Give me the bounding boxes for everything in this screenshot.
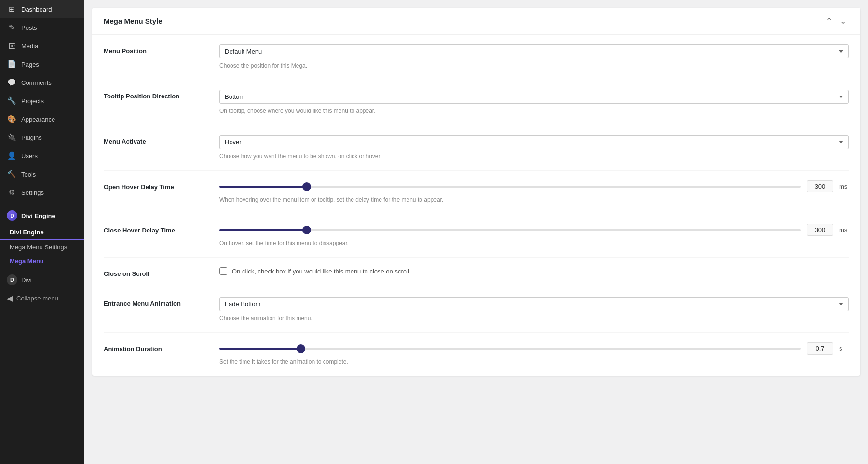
menu-position-select[interactable]: Default Menu Custom Position [219, 44, 849, 58]
animation-duration-label: Animation Duration [104, 342, 219, 353]
menu-activate-label: Menu Activate [104, 135, 219, 145]
animation-duration-unit: s [839, 345, 849, 352]
sidebar-item-tools[interactable]: 🔨 Tools [0, 165, 84, 183]
animation-duration-value: 0.7 [807, 342, 833, 355]
sidebar-divider [0, 204, 84, 204]
menu-position-row: Menu Position Default Menu Custom Positi… [104, 35, 849, 80]
sidebar-item-projects[interactable]: 🔧 Projects [0, 92, 84, 110]
collapse-icon: ◀ [7, 294, 13, 303]
divi-d-icon: D [7, 274, 17, 285]
open-hover-delay-content: 300 ms When hovering over the menu item … [219, 180, 849, 204]
close-on-scroll-checkbox[interactable] [219, 267, 227, 275]
sidebar-item-settings[interactable]: ⚙ Settings [0, 183, 84, 202]
open-hover-delay-slider-row: 300 ms [219, 180, 849, 192]
open-hover-delay-label: Open Hover Delay Time [104, 180, 219, 191]
users-icon: 👤 [7, 151, 16, 161]
menu-activate-row: Menu Activate Hover Click Choose how you… [104, 125, 849, 171]
close-hover-delay-label: Close Hover Delay Time [104, 224, 219, 234]
animation-duration-description: Set the time it takes for the animation … [219, 357, 849, 366]
sidebar-item-dashboard[interactable]: ⊞ Dashboard [0, 0, 84, 18]
sidebar: ⊞ Dashboard ✎ Posts 🖼 Media 📄 Pages 💬 Co… [0, 0, 84, 464]
divi-engine-icon: D [7, 210, 17, 221]
sidebar-divi-bottom[interactable]: D Divi [0, 270, 84, 289]
tooltip-position-row: Tooltip Position Direction Bottom Top Le… [104, 80, 849, 125]
close-hover-delay-unit: ms [839, 226, 849, 233]
chevron-down-button[interactable]: ⌄ [838, 15, 849, 27]
mega-menu-style-header: Mega Menu Style ⌃ ⌄ [92, 8, 860, 35]
menu-activate-description: Choose how you want the menu to be shown… [219, 152, 849, 161]
close-on-scroll-row: Close on Scroll On click, check box if y… [104, 258, 849, 287]
sidebar-sub-mega-menu[interactable]: Mega Menu [0, 254, 84, 268]
pages-icon: 📄 [7, 59, 16, 69]
tooltip-position-select[interactable]: Bottom Top Left Right [219, 90, 849, 104]
open-hover-delay-fill [219, 186, 307, 188]
animation-duration-thumb[interactable] [297, 344, 305, 353]
sidebar-item-users[interactable]: 👤 Users [0, 147, 84, 165]
content-area: Mega Menu Style ⌃ ⌄ Menu Position Defaul… [92, 8, 860, 376]
media-icon: 🖼 [7, 41, 16, 51]
entrance-animation-description: Choose the animation for this menu. [219, 314, 849, 323]
sidebar-item-plugins[interactable]: 🔌 Plugins [0, 128, 84, 147]
sidebar-item-pages[interactable]: 📄 Pages [0, 55, 84, 73]
close-on-scroll-checkbox-label: On click, check box if you would like th… [232, 268, 411, 275]
settings-container: Menu Position Default Menu Custom Positi… [92, 35, 860, 376]
close-hover-delay-thumb[interactable] [302, 226, 311, 234]
tooltip-position-content: Bottom Top Left Right On tooltip, choose… [219, 90, 849, 115]
close-on-scroll-label: Close on Scroll [104, 267, 219, 277]
comments-icon: 💬 [7, 78, 16, 87]
entrance-animation-label: Entrance Menu Animation [104, 297, 219, 307]
menu-position-description: Choose the position for this Mega. [219, 61, 849, 70]
close-hover-delay-slider-row: 300 ms [219, 224, 849, 236]
tooltip-position-description: On tooltip, choose where you would like … [219, 107, 849, 115]
chevron-up-button[interactable]: ⌃ [824, 15, 835, 27]
close-hover-delay-description: On hover, set the time for this menu to … [219, 239, 849, 247]
close-hover-delay-fill [219, 229, 307, 231]
posts-icon: ✎ [7, 23, 16, 32]
open-hover-delay-track[interactable] [219, 186, 801, 188]
sidebar-divi-engine[interactable]: D Divi Engine [0, 206, 84, 225]
menu-activate-content: Hover Click Choose how you want the menu… [219, 135, 849, 161]
close-hover-delay-track[interactable] [219, 229, 801, 231]
menu-activate-select[interactable]: Hover Click [219, 135, 849, 149]
collapse-menu-item[interactable]: ◀ Collapse menu [0, 289, 84, 307]
open-hover-delay-unit: ms [839, 183, 849, 190]
dashboard-icon: ⊞ [7, 4, 16, 14]
open-hover-delay-thumb[interactable] [302, 182, 311, 191]
sidebar-item-appearance[interactable]: 🎨 Appearance [0, 110, 84, 128]
close-hover-delay-content: 300 ms On hover, set the time for this m… [219, 224, 849, 247]
entrance-animation-select[interactable]: Fade Bottom Fade Top Fade Left Fade Righ… [219, 297, 849, 311]
menu-position-label: Menu Position [104, 44, 219, 55]
settings-icon: ⚙ [7, 188, 16, 197]
entrance-animation-content: Fade Bottom Fade Top Fade Left Fade Righ… [219, 297, 849, 323]
panel-title: Mega Menu Style [104, 17, 163, 25]
animation-duration-fill [219, 348, 301, 350]
open-hover-delay-row: Open Hover Delay Time 300 ms When hoveri… [104, 171, 849, 214]
close-hover-delay-row: Close Hover Delay Time 300 ms On hover, … [104, 214, 849, 258]
sidebar-sub-mega-menu-settings[interactable]: Mega Menu Settings [0, 240, 84, 254]
open-hover-delay-value: 300 [807, 180, 833, 192]
close-hover-delay-value: 300 [807, 224, 833, 236]
animation-duration-track[interactable] [219, 348, 801, 350]
projects-icon: 🔧 [7, 96, 16, 106]
entrance-animation-row: Entrance Menu Animation Fade Bottom Fade… [104, 287, 849, 333]
open-hover-delay-description: When hovering over the menu item or tool… [219, 195, 849, 204]
close-on-scroll-content: On click, check box if you would like th… [219, 267, 849, 275]
header-chevrons: ⌃ ⌄ [824, 15, 849, 27]
sidebar-item-comments[interactable]: 💬 Comments [0, 73, 84, 92]
sidebar-item-media[interactable]: 🖼 Media [0, 37, 84, 55]
main-content: Mega Menu Style ⌃ ⌄ Menu Position Defaul… [84, 0, 868, 464]
sidebar-item-posts[interactable]: ✎ Posts [0, 18, 84, 37]
appearance-icon: 🎨 [7, 114, 16, 124]
close-on-scroll-checkbox-row: On click, check box if you would like th… [219, 267, 849, 275]
animation-duration-content: 0.7 s Set the time it takes for the anim… [219, 342, 849, 366]
tools-icon: 🔨 [7, 169, 16, 179]
plugins-icon: 🔌 [7, 133, 16, 142]
sidebar-sub-divi-engine[interactable]: Divi Engine [0, 225, 84, 240]
tooltip-position-label: Tooltip Position Direction [104, 90, 219, 100]
animation-duration-slider-row: 0.7 s [219, 342, 849, 355]
animation-duration-row: Animation Duration 0.7 s Set the time it… [104, 333, 849, 376]
menu-position-content: Default Menu Custom Position Choose the … [219, 44, 849, 70]
